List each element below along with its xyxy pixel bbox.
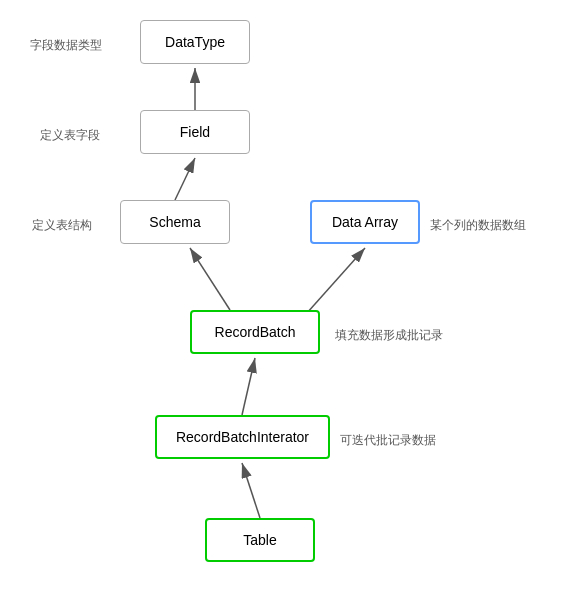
- node-recordbatchinterator-label: RecordBatchInterator: [176, 429, 309, 445]
- annotation-dataarray: 某个列的数据数组: [430, 217, 526, 234]
- node-field-label: Field: [180, 124, 210, 140]
- diagram-container: DataType Field Schema Data Array RecordB…: [0, 0, 565, 600]
- arrows-svg: [0, 0, 565, 600]
- annotation-recordbatch: 填充数据形成批记录: [335, 327, 443, 344]
- node-recordbatch: RecordBatch: [190, 310, 320, 354]
- node-recordbatchinterator: RecordBatchInterator: [155, 415, 330, 459]
- node-dataarray-label: Data Array: [332, 214, 398, 230]
- svg-line-6: [242, 463, 260, 518]
- svg-line-5: [242, 358, 255, 415]
- annotation-schema: 定义表结构: [32, 217, 92, 234]
- node-recordbatch-label: RecordBatch: [215, 324, 296, 340]
- svg-line-2: [175, 158, 195, 200]
- svg-line-3: [190, 248, 230, 310]
- node-table: Table: [205, 518, 315, 562]
- annotation-datatype: 字段数据类型: [30, 37, 102, 54]
- node-field: Field: [140, 110, 250, 154]
- node-datatype-label: DataType: [165, 34, 225, 50]
- annotation-field: 定义表字段: [40, 127, 100, 144]
- node-schema: Schema: [120, 200, 230, 244]
- node-datatype: DataType: [140, 20, 250, 64]
- node-schema-label: Schema: [149, 214, 200, 230]
- node-table-label: Table: [243, 532, 276, 548]
- annotation-recordbatchinterator: 可迭代批记录数据: [340, 432, 436, 449]
- node-dataarray: Data Array: [310, 200, 420, 244]
